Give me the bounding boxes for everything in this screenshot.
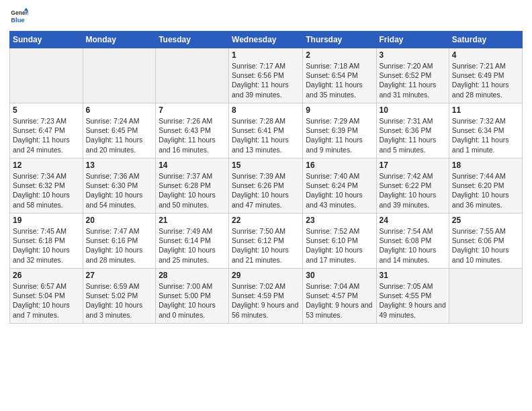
calendar-cell: 9Sunrise: 7:29 AMSunset: 6:39 PMDaylight… (303, 103, 376, 158)
day-number: 29 (232, 271, 300, 280)
day-number: 24 (380, 216, 446, 225)
calendar-week-1: 5Sunrise: 7:23 AMSunset: 6:47 PMDaylight… (10, 103, 523, 158)
day-number: 12 (13, 161, 80, 170)
calendar-cell: 6Sunrise: 7:24 AMSunset: 6:45 PMDaylight… (83, 103, 156, 158)
day-info: Sunrise: 7:44 AMSunset: 6:20 PMDaylight:… (452, 171, 519, 210)
day-number: 6 (86, 105, 153, 115)
day-number: 23 (306, 216, 373, 225)
day-info: Sunrise: 7:00 AMSunset: 5:00 PMDaylight:… (159, 281, 226, 320)
calendar-cell: 16Sunrise: 7:40 AMSunset: 6:24 PMDayligh… (303, 158, 376, 214)
day-info: Sunrise: 7:34 AMSunset: 6:32 PMDaylight:… (13, 171, 80, 210)
day-number: 3 (380, 50, 446, 60)
day-number: 8 (232, 105, 300, 115)
day-info: Sunrise: 7:52 AMSunset: 6:10 PMDaylight:… (306, 226, 373, 265)
day-number: 16 (306, 161, 373, 170)
calendar-cell: 13Sunrise: 7:36 AMSunset: 6:30 PMDayligh… (83, 158, 156, 214)
day-info: Sunrise: 7:17 AMSunset: 6:56 PMDaylight:… (232, 61, 300, 99)
day-header-tuesday: Tuesday (156, 32, 229, 48)
day-info: Sunrise: 7:36 AMSunset: 6:30 PMDaylight:… (86, 171, 153, 210)
day-info: Sunrise: 7:39 AMSunset: 6:26 PMDaylight:… (232, 171, 300, 210)
day-info: Sunrise: 7:26 AMSunset: 6:43 PMDaylight:… (159, 116, 226, 154)
calendar-week-4: 26Sunrise: 6:57 AMSunset: 5:04 PMDayligh… (10, 269, 523, 324)
day-header-saturday: Saturday (449, 32, 522, 48)
day-info: Sunrise: 7:49 AMSunset: 6:14 PMDaylight:… (159, 226, 226, 265)
day-number: 4 (452, 50, 519, 60)
calendar-cell (10, 48, 83, 103)
day-number: 13 (86, 161, 153, 170)
calendar-cell: 2Sunrise: 7:18 AMSunset: 6:54 PMDaylight… (303, 48, 376, 103)
day-info: Sunrise: 7:50 AMSunset: 6:12 PMDaylight:… (232, 226, 300, 265)
day-number: 19 (13, 216, 80, 225)
day-number: 15 (232, 161, 300, 170)
calendar-cell: 25Sunrise: 7:55 AMSunset: 6:06 PMDayligh… (449, 214, 522, 269)
calendar-cell: 1Sunrise: 7:17 AMSunset: 6:56 PMDaylight… (229, 48, 303, 103)
day-number: 21 (159, 216, 226, 225)
page-container: General Blue SundayMondayTuesdayWednesda… (0, 0, 532, 411)
day-number: 20 (86, 216, 153, 225)
calendar-cell: 30Sunrise: 7:04 AMSunset: 4:57 PMDayligh… (303, 269, 376, 324)
day-header-wednesday: Wednesday (229, 32, 303, 48)
day-number: 7 (159, 105, 226, 115)
day-number: 26 (13, 271, 80, 280)
logo: General Blue (9, 7, 28, 26)
calendar-cell: 27Sunrise: 6:59 AMSunset: 5:02 PMDayligh… (83, 269, 156, 324)
calendar-cell: 29Sunrise: 7:02 AMSunset: 4:59 PMDayligh… (229, 269, 303, 324)
day-info: Sunrise: 7:29 AMSunset: 6:39 PMDaylight:… (306, 116, 373, 154)
day-header-friday: Friday (376, 32, 449, 48)
day-info: Sunrise: 7:31 AMSunset: 6:36 PMDaylight:… (380, 116, 446, 154)
calendar-cell: 21Sunrise: 7:49 AMSunset: 6:14 PMDayligh… (156, 214, 229, 269)
day-number: 9 (306, 105, 373, 115)
calendar-cell: 23Sunrise: 7:52 AMSunset: 6:10 PMDayligh… (303, 214, 376, 269)
day-header-monday: Monday (83, 32, 156, 48)
calendar-cell (156, 48, 229, 103)
logo-icon: General Blue (9, 7, 28, 26)
day-number: 30 (306, 271, 373, 280)
calendar-cell: 28Sunrise: 7:00 AMSunset: 5:00 PMDayligh… (156, 269, 229, 324)
day-number: 27 (86, 271, 153, 280)
calendar-week-3: 19Sunrise: 7:45 AMSunset: 6:18 PMDayligh… (10, 214, 523, 269)
day-info: Sunrise: 7:21 AMSunset: 6:49 PMDaylight:… (452, 61, 519, 99)
calendar-cell: 19Sunrise: 7:45 AMSunset: 6:18 PMDayligh… (10, 214, 83, 269)
header: General Blue (9, 7, 523, 26)
day-number: 14 (159, 161, 226, 170)
day-info: Sunrise: 7:32 AMSunset: 6:34 PMDaylight:… (452, 116, 519, 154)
day-number: 5 (13, 105, 80, 115)
day-number: 18 (452, 161, 519, 170)
calendar-cell: 10Sunrise: 7:31 AMSunset: 6:36 PMDayligh… (376, 103, 449, 158)
calendar-cell (449, 269, 522, 324)
calendar-cell: 8Sunrise: 7:28 AMSunset: 6:41 PMDaylight… (229, 103, 303, 158)
day-info: Sunrise: 7:20 AMSunset: 6:52 PMDaylight:… (380, 61, 446, 99)
calendar-cell: 26Sunrise: 6:57 AMSunset: 5:04 PMDayligh… (10, 269, 83, 324)
calendar-table: SundayMondayTuesdayWednesdayThursdayFrid… (9, 31, 523, 324)
day-info: Sunrise: 6:59 AMSunset: 5:02 PMDaylight:… (86, 281, 153, 320)
calendar-cell: 31Sunrise: 7:05 AMSunset: 4:55 PMDayligh… (376, 269, 449, 324)
day-number: 31 (380, 271, 446, 280)
day-info: Sunrise: 7:47 AMSunset: 6:16 PMDaylight:… (86, 226, 153, 265)
day-info: Sunrise: 7:18 AMSunset: 6:54 PMDaylight:… (306, 61, 373, 99)
svg-text:Blue: Blue (11, 17, 24, 24)
day-info: Sunrise: 7:05 AMSunset: 4:55 PMDaylight:… (380, 281, 446, 320)
day-number: 25 (452, 216, 519, 225)
calendar-cell: 14Sunrise: 7:37 AMSunset: 6:28 PMDayligh… (156, 158, 229, 214)
day-info: Sunrise: 6:57 AMSunset: 5:04 PMDaylight:… (13, 281, 80, 320)
calendar-header-row: SundayMondayTuesdayWednesdayThursdayFrid… (10, 32, 523, 48)
day-info: Sunrise: 7:54 AMSunset: 6:08 PMDaylight:… (380, 226, 446, 265)
calendar-cell: 5Sunrise: 7:23 AMSunset: 6:47 PMDaylight… (10, 103, 83, 158)
day-info: Sunrise: 7:42 AMSunset: 6:22 PMDaylight:… (380, 171, 446, 210)
day-number: 28 (159, 271, 226, 280)
calendar-cell: 20Sunrise: 7:47 AMSunset: 6:16 PMDayligh… (83, 214, 156, 269)
calendar-week-0: 1Sunrise: 7:17 AMSunset: 6:56 PMDaylight… (10, 48, 523, 103)
day-info: Sunrise: 7:55 AMSunset: 6:06 PMDaylight:… (452, 226, 519, 265)
calendar-cell: 7Sunrise: 7:26 AMSunset: 6:43 PMDaylight… (156, 103, 229, 158)
day-number: 11 (452, 105, 519, 115)
calendar-cell: 24Sunrise: 7:54 AMSunset: 6:08 PMDayligh… (376, 214, 449, 269)
day-header-sunday: Sunday (10, 32, 83, 48)
day-info: Sunrise: 7:02 AMSunset: 4:59 PMDaylight:… (232, 281, 300, 320)
calendar-cell: 17Sunrise: 7:42 AMSunset: 6:22 PMDayligh… (376, 158, 449, 214)
day-info: Sunrise: 7:04 AMSunset: 4:57 PMDaylight:… (306, 281, 373, 320)
calendar-cell (83, 48, 156, 103)
day-info: Sunrise: 7:45 AMSunset: 6:18 PMDaylight:… (13, 226, 80, 265)
calendar-cell: 12Sunrise: 7:34 AMSunset: 6:32 PMDayligh… (10, 158, 83, 214)
day-number: 1 (232, 50, 300, 60)
day-info: Sunrise: 7:23 AMSunset: 6:47 PMDaylight:… (13, 116, 80, 154)
